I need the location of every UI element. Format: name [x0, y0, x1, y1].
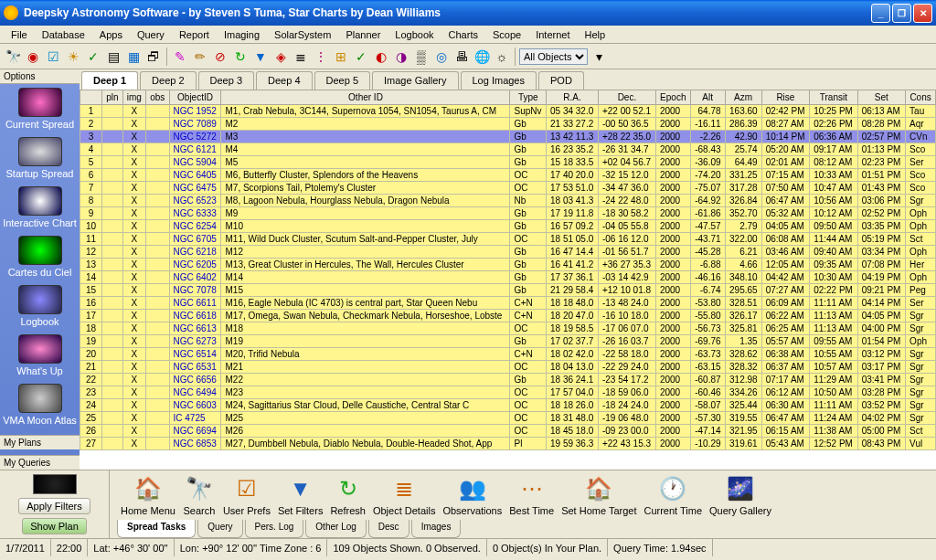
menu-logbook[interactable]: Logbook	[388, 27, 441, 42]
tab[interactable]: Deep 2	[140, 71, 196, 90]
minimize-button[interactable]: _	[871, 4, 890, 23]
column-header[interactable]: obs	[146, 90, 169, 105]
data-grid[interactable]: plnimgobsObjectIDOther IDTypeR.A.Dec.Epo…	[80, 90, 936, 470]
tool-icon[interactable]: ▤	[104, 48, 122, 66]
table-row[interactable]: 20XNGC 6514M20, Trifid NebulaC+N18 02 42…	[80, 348, 936, 361]
spread-tab[interactable]: Spread Tasks	[117, 520, 196, 538]
table-row[interactable]: 3XNGC 5272M3Gb13 42 11.3+28 22 35.02000-…	[80, 131, 936, 143]
table-row[interactable]: 22XNGC 6656M22Gb18 36 24.1-23 54 17.2200…	[80, 374, 936, 386]
toolbar-button[interactable]: ▼Set Filters	[278, 474, 324, 516]
tab[interactable]: Deep 1	[81, 71, 138, 90]
toolbar-button[interactable]: ↻Refresh	[330, 474, 366, 516]
table-row[interactable]: 6XNGC 6405M6, Butterfly Cluster, Splendo…	[80, 169, 936, 182]
table-row[interactable]: 1XNGC 1952M1, Crab Nebula, 3C144, Supern…	[80, 105, 936, 118]
table-row[interactable]: 10XNGC 6254M10Gb16 57 09.2-04 05 55.8200…	[80, 220, 936, 233]
menu-internet[interactable]: Internet	[528, 27, 577, 42]
column-header[interactable]	[80, 90, 102, 105]
table-row[interactable]: 4XNGC 6121M4Gb16 23 35.2-26 31 34.72000-…	[80, 143, 936, 156]
tool-icon[interactable]: ≣	[292, 48, 310, 66]
tool-icon[interactable]: ✎	[171, 48, 189, 66]
table-row[interactable]: 2XNGC 7089M2Gb21 33 27.2-00 50 36.52000-…	[80, 118, 936, 131]
sidebar-item[interactable]: VMA Moon Atlas	[0, 380, 80, 429]
menu-solarsystem[interactable]: SolarSystem	[267, 27, 338, 42]
close-button[interactable]: ✕	[913, 4, 932, 23]
column-header[interactable]: Transit	[810, 90, 857, 105]
tool-icon[interactable]: ✓	[84, 48, 102, 66]
menu-database[interactable]: Database	[35, 27, 92, 42]
table-row[interactable]: 25XIC 4725M25OC18 31 48.0-19 06 48.02000…	[80, 412, 936, 425]
tool-icon[interactable]: ⊞	[332, 48, 350, 66]
column-header[interactable]: Alt	[690, 90, 725, 105]
menu-file[interactable]: File	[4, 27, 35, 42]
apply-filters-button[interactable]: Apply Filters	[18, 498, 90, 514]
tool-icon[interactable]: ◑	[392, 48, 410, 66]
tool-icon[interactable]: ✓	[352, 48, 370, 66]
tool-icon[interactable]: ⊘	[211, 48, 229, 66]
menu-scope[interactable]: Scope	[485, 27, 528, 42]
tool-icon[interactable]: ◉	[24, 48, 42, 66]
tool-icon[interactable]: ▦	[124, 48, 143, 66]
tool-icon[interactable]: ☀	[64, 48, 82, 66]
toolbar-button[interactable]: ≣Object Details	[373, 474, 435, 516]
table-row[interactable]: 14XNGC 6402M14Gb17 37 36.1-03 14 42.9200…	[80, 271, 936, 284]
show-plan-button[interactable]: Show Plan	[22, 518, 87, 534]
toolbar-button[interactable]: ⋯Best Time	[509, 474, 554, 516]
sidebar-item[interactable]: Cartes du Ciel	[0, 232, 80, 281]
spread-tab[interactable]: Desc	[368, 520, 410, 538]
table-row[interactable]: 26XNGC 6694M26OC18 45 18.0-09 23 00.0200…	[80, 425, 936, 438]
table-row[interactable]: 24XNGC 6603M24, Sagittarius Star Cloud, …	[80, 399, 936, 412]
toolbar-button[interactable]: 🏠Home Menu	[121, 474, 176, 516]
table-row[interactable]: 17XNGC 6618M17, Omega, Swan Nebula, Chec…	[80, 310, 936, 322]
tool-icon[interactable]: ▼	[251, 48, 270, 66]
object-selector[interactable]: All Objects	[519, 48, 588, 65]
column-header[interactable]: Type	[510, 90, 547, 105]
table-row[interactable]: 21XNGC 6531M21OC18 04 13.0-22 29 24.0200…	[80, 361, 936, 374]
tab[interactable]: Image Gallery	[372, 71, 458, 90]
tab[interactable]: Deep 3	[198, 71, 254, 90]
tool-icon[interactable]: ✏	[191, 48, 209, 66]
maximize-button[interactable]: ❐	[892, 4, 911, 23]
table-row[interactable]: 12XNGC 6218M12Gb16 47 14.4-01 56 51.7200…	[80, 246, 936, 259]
column-header[interactable]: pln	[102, 90, 123, 105]
menu-imaging[interactable]: Imaging	[217, 27, 267, 42]
sidebar-item[interactable]: Current Spread	[0, 84, 80, 133]
tab[interactable]: Log Images	[461, 71, 537, 90]
menu-charts[interactable]: Charts	[441, 27, 485, 42]
toolbar-button[interactable]: 🔭Search	[183, 474, 216, 516]
table-row[interactable]: 5XNGC 5904M5Gb15 18 33.5+02 04 56.72000-…	[80, 156, 936, 169]
table-row[interactable]: 8XNGC 6523M8, Lagoon Nebula, Hourglass N…	[80, 195, 936, 207]
sidebar-item[interactable]: Interactive Chart	[0, 183, 80, 232]
dropdown-icon[interactable]: ▾	[590, 48, 608, 66]
tool-icon[interactable]: ◈	[271, 48, 290, 66]
table-row[interactable]: 16XNGC 6611M16, Eagle Nebula (IC 4703) i…	[80, 297, 936, 310]
spread-tab[interactable]: Pers. Log	[245, 520, 304, 538]
table-row[interactable]: 13XNGC 6205M13, Great Cluster in Hercule…	[80, 259, 936, 271]
sidebar-myqueries[interactable]: My Queries	[0, 455, 80, 470]
column-header[interactable]: Rise	[761, 90, 809, 105]
menu-query[interactable]: Query	[130, 27, 172, 42]
tool-icon[interactable]: 🔭	[4, 48, 22, 66]
menu-planner[interactable]: Planner	[338, 27, 388, 42]
column-header[interactable]: Epoch	[655, 90, 690, 105]
toolbar-button[interactable]: 🕐Current Time	[644, 474, 702, 516]
table-row[interactable]: 7XNGC 6475M7, Scorpions Tail, Ptolemy's …	[80, 182, 936, 195]
spread-tab[interactable]: Other Log	[305, 520, 366, 538]
column-header[interactable]: img	[122, 90, 145, 105]
toolbar-button[interactable]: 👥Observations	[442, 474, 502, 516]
tool-icon[interactable]: ◐	[372, 48, 390, 66]
tool-icon[interactable]: 🖶	[452, 48, 471, 66]
tool-icon[interactable]: 🌐	[473, 48, 491, 66]
table-row[interactable]: 15XNGC 7078M15Gb21 29 58.4+12 10 01.8200…	[80, 284, 936, 297]
tab[interactable]: POD	[538, 71, 584, 90]
table-row[interactable]: 9XNGC 6333M9Gb17 19 11.8-18 30 58.22000-…	[80, 207, 936, 220]
tool-icon[interactable]: ▒	[412, 48, 431, 66]
table-row[interactable]: 11XNGC 6705M11, Wild Duck Cluster, Scutu…	[80, 233, 936, 246]
menu-report[interactable]: Report	[172, 27, 217, 42]
column-header[interactable]: R.A.	[546, 90, 598, 105]
tool-icon[interactable]: ☑	[44, 48, 62, 66]
column-header[interactable]: Dec.	[598, 90, 655, 105]
tab[interactable]: Deep 4	[256, 71, 312, 90]
spread-tab[interactable]: Query	[197, 520, 242, 538]
toolbar-button[interactable]: 🌌Query Gallery	[709, 474, 771, 516]
toolbar-button[interactable]: 🏠Set Home Target	[561, 474, 636, 516]
